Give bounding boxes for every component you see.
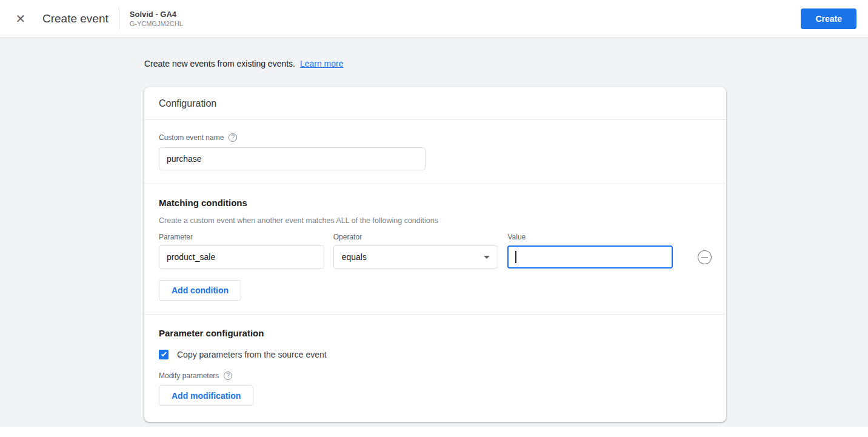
copy-parameters-checkbox[interactable] xyxy=(159,350,169,359)
help-icon[interactable]: ? xyxy=(229,133,237,142)
parameter-configuration-section: Parameter configuration Copy parameters … xyxy=(144,315,726,422)
add-condition-button[interactable]: Add condition xyxy=(159,280,241,301)
modify-parameters-label-row: Modify parameters ? xyxy=(159,372,712,380)
check-icon xyxy=(161,351,166,356)
matching-conditions-description: Create a custom event when another event… xyxy=(159,216,712,225)
footer-strip xyxy=(0,427,868,437)
custom-event-name-label-row: Custom event name ? xyxy=(159,133,712,142)
custom-event-name-label: Custom event name xyxy=(159,133,224,142)
operator-select[interactable]: equals xyxy=(333,245,499,269)
custom-event-name-section: Custom event name ? xyxy=(144,120,726,184)
property-id: G-YCMGJM2CHL xyxy=(130,20,183,27)
header-divider xyxy=(119,8,119,30)
operator-column-label: Operator xyxy=(333,233,499,241)
copy-parameters-label: Copy parameters from the source event xyxy=(177,350,327,359)
value-column: Value xyxy=(507,233,673,269)
learn-more-link[interactable]: Learn more xyxy=(300,59,344,68)
property-name: Solvid - GA4 xyxy=(130,10,183,19)
parameter-column-label: Parameter xyxy=(159,233,324,241)
configuration-card: Configuration Custom event name ? Matchi… xyxy=(144,87,726,422)
page-title: Create event xyxy=(42,12,109,25)
create-button[interactable]: Create xyxy=(801,8,856,29)
matching-conditions-section: Matching conditions Create a custom even… xyxy=(144,184,726,315)
matching-conditions-title: Matching conditions xyxy=(159,198,712,208)
chevron-down-icon xyxy=(484,256,490,259)
value-column-label: Value xyxy=(507,233,673,241)
intro-text: Create new events from existing events. xyxy=(144,59,295,68)
property-info: Solvid - GA4 G-YCMGJM2CHL xyxy=(130,10,183,27)
parameter-input[interactable] xyxy=(159,245,324,269)
modify-parameters-label: Modify parameters xyxy=(159,372,219,380)
operator-selected-value: equals xyxy=(342,252,367,262)
operator-column: Operator equals xyxy=(333,233,499,269)
add-modification-button[interactable]: Add modification xyxy=(159,385,253,406)
copy-parameters-row: Copy parameters from the source event xyxy=(159,350,712,359)
value-input[interactable] xyxy=(516,247,665,267)
parameter-configuration-title: Parameter configuration xyxy=(159,328,712,338)
value-input-focused-wrap xyxy=(507,245,673,269)
close-icon[interactable]: ✕ xyxy=(12,10,29,27)
header-bar: ✕ Create event Solvid - GA4 G-YCMGJM2CHL… xyxy=(0,0,868,38)
intro-text-row: Create new events from existing events. … xyxy=(144,59,868,68)
remove-condition-button[interactable] xyxy=(698,250,712,264)
page-body: Create new events from existing events. … xyxy=(0,38,868,427)
custom-event-name-input[interactable] xyxy=(159,147,426,170)
condition-row: Parameter Operator equals Value xyxy=(159,233,712,269)
card-title: Configuration xyxy=(144,87,726,120)
help-icon[interactable]: ? xyxy=(224,372,232,380)
minus-circle-icon xyxy=(701,257,708,258)
parameter-column: Parameter xyxy=(159,233,324,269)
